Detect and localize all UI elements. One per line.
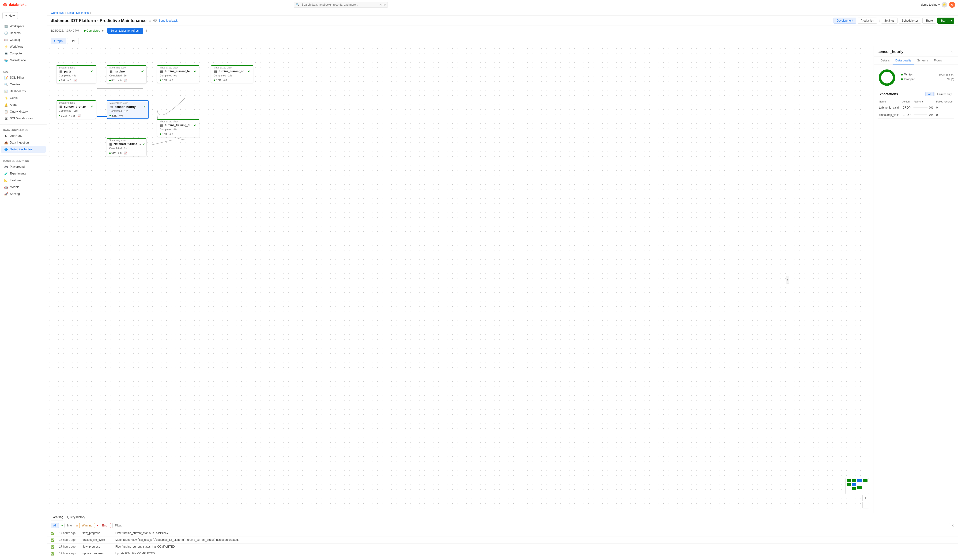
sidebar-item-alerts[interactable]: 🔔 Alerts xyxy=(1,102,46,108)
node-turbine-metric-1-val: 542 xyxy=(111,79,116,82)
legend-written-label: Written xyxy=(901,73,939,76)
production-info-icon[interactable]: ℹ xyxy=(879,19,880,22)
tab-graph[interactable]: Graph xyxy=(51,38,66,44)
sidebar-item-sql-editor[interactable]: 📝 SQL Editor xyxy=(1,75,46,81)
status-sep: · xyxy=(81,29,82,33)
workspace-label: demo-tooling xyxy=(921,3,937,6)
node-parts-metric-1-val: 599 xyxy=(61,79,65,82)
data-ingestion-icon: 📥 xyxy=(4,141,8,144)
sidebar-item-data-ingestion[interactable]: 📥 Data Ingestion xyxy=(1,139,46,146)
sidebar-item-experiments[interactable]: 🧪 Experiments xyxy=(1,170,46,177)
bottom-tab-query-history[interactable]: Query history xyxy=(67,513,85,521)
log-filter-warning[interactable]: Warning xyxy=(79,523,95,528)
svg-rect-13 xyxy=(852,487,856,490)
panel-close-button[interactable]: ✕ xyxy=(948,49,954,55)
node-sb-status: Completed · 15s xyxy=(57,109,96,113)
tab-list[interactable]: List xyxy=(67,38,79,44)
send-feedback-link[interactable]: Send feedback xyxy=(159,19,178,22)
sidebar-item-marketplace[interactable]: 🏪 Marketplace xyxy=(1,57,46,63)
sidebar-item-queries[interactable]: 🔍 Queries xyxy=(1,81,46,88)
log-close-button[interactable]: ✕ xyxy=(952,524,954,527)
node-ht-metric-2-val: 0 xyxy=(120,152,121,154)
select-tables-button[interactable]: Select tables for refresh xyxy=(107,28,143,34)
green-dot-5 xyxy=(59,115,60,116)
sidebar-item-models[interactable]: 🤖 Models xyxy=(1,184,46,190)
sidebar-item-features[interactable]: 📐 Features xyxy=(1,177,46,184)
settings-button[interactable]: Settings xyxy=(881,17,897,24)
sidebar-item-genie[interactable]: ✨ Genie xyxy=(1,95,46,101)
production-button[interactable]: Production xyxy=(858,17,877,24)
node-parts-table-icon: ▦ xyxy=(59,70,63,73)
log-filter-input[interactable] xyxy=(112,523,950,528)
bookmark-icon[interactable]: ⭐ xyxy=(942,2,947,8)
search-input[interactable] xyxy=(294,2,388,8)
progress-bar-1 xyxy=(914,107,928,108)
breadcrumb-workflows[interactable]: Workflows xyxy=(51,11,63,14)
green-dot-4 xyxy=(214,79,215,81)
panel-collapse-button[interactable]: › xyxy=(786,276,789,284)
schedule-button[interactable]: Schedule (1) xyxy=(899,17,921,24)
node-turbine-training[interactable]: Materialized view ▦ turbine_training_d..… xyxy=(157,119,199,137)
node-sh-metric-2-val: 0 xyxy=(121,114,123,117)
sidebar-item-workspace[interactable]: 🏢 Workspace xyxy=(1,23,46,30)
node-turbine-type: Streaming table xyxy=(107,66,146,69)
sidebar-item-catalog[interactable]: 📖 Catalog xyxy=(1,36,46,43)
zoom-out-button[interactable]: − xyxy=(862,502,869,508)
exp-filter-failures[interactable]: Failures only xyxy=(934,92,954,97)
panel-tab-flows[interactable]: Flows xyxy=(931,57,945,65)
sidebar-item-workflows[interactable]: ⚡ Workflows xyxy=(1,43,46,50)
panel-tab-details[interactable]: Details xyxy=(877,57,893,65)
breadcrumb-delta-live-tables[interactable]: Delta Live Tables xyxy=(67,11,89,14)
workspace-selector[interactable]: demo-tooling ▾ xyxy=(921,3,940,6)
node-turbine[interactable]: Streaming table ▦ turbine ✔ Completed · … xyxy=(107,65,146,84)
node-sb-metrics: 1.1M 398 📈 xyxy=(57,113,96,119)
exp-filter-all[interactable]: All xyxy=(925,92,933,97)
avatar[interactable]: U xyxy=(949,2,955,8)
development-button[interactable]: Development xyxy=(834,17,856,24)
log-filter-info[interactable]: Info xyxy=(65,523,75,528)
start-button-dropdown[interactable]: ▾ xyxy=(949,17,954,24)
sidebar-item-job-runs[interactable]: ▶ Job Runs xyxy=(1,133,46,139)
sidebar-item-delta-live-tables[interactable]: 🔷 Delta Live Tables xyxy=(1,146,46,153)
sidebar-item-compute[interactable]: 💻 Compute xyxy=(1,50,46,57)
log-filter-all[interactable]: All xyxy=(51,523,59,528)
log-filter-error[interactable]: Error xyxy=(100,523,111,528)
panel-tab-schema[interactable]: Schema xyxy=(914,57,931,65)
legend-dropped-label: Dropped xyxy=(901,78,947,81)
sidebar-item-sql-warehouses[interactable]: 🏛 SQL Warehouses xyxy=(1,115,46,122)
sidebar-divider-3 xyxy=(0,155,47,155)
share-button[interactable]: Share xyxy=(922,17,936,24)
node-parts[interactable]: Streaming table ▦ parts ✔ Completed · 9s… xyxy=(56,65,96,84)
panel-tab-data-quality[interactable]: Data quality xyxy=(893,57,914,65)
sidebar-item-workflows-label: Workflows xyxy=(10,45,23,48)
sql-editor-icon: 📝 xyxy=(4,76,8,79)
log-row-3-message: Flow 'turbine_current_status' has COMPLE… xyxy=(115,545,954,548)
minimap-svg xyxy=(846,478,869,494)
new-button[interactable]: + New xyxy=(2,12,18,19)
exp-table-body: turbine_id_valid DROP 0% 0 xyxy=(877,104,954,119)
node-historical-turbine[interactable]: Streaming table ▦ historical_turbine_...… xyxy=(107,138,146,156)
more-options-icon[interactable]: ⋯ xyxy=(826,18,832,23)
fail-pct-2-val: 0% xyxy=(929,113,933,117)
sidebar-item-serving[interactable]: 🚀 Serving xyxy=(1,190,46,197)
avatar-initials: U xyxy=(951,3,953,6)
node-turbine-current-st[interactable]: Materialized view ▦ turbine_current_st..… xyxy=(211,65,253,83)
status-chevron[interactable]: ▾ xyxy=(102,29,104,33)
gray-dot-3 xyxy=(170,79,171,81)
node-sensor-hourly[interactable]: Materialized view ▦ sensor_hourly ✔ Comp… xyxy=(107,100,149,119)
sidebar-item-query-history[interactable]: 📋 Query History xyxy=(1,108,46,115)
bottom-tab-event-log[interactable]: Event log xyxy=(51,513,63,521)
zoom-in-button[interactable]: + xyxy=(862,495,869,501)
sidebar-item-recents[interactable]: 🕒 Recents xyxy=(1,30,46,36)
sidebar-item-features-label: Features xyxy=(10,179,21,182)
star-icon[interactable]: ☆ xyxy=(148,19,151,22)
graph-canvas[interactable]: Streaming table ▦ parts ✔ Completed · 9s… xyxy=(47,46,874,513)
exp-row-1-fail-pct: 0% xyxy=(912,104,935,111)
log-row-1-type: flow_progress xyxy=(82,531,111,535)
sidebar-item-playground[interactable]: 🎮 Playground xyxy=(1,163,46,170)
sidebar-data-eng-section: Data Engineering ▶ Job Runs 📥 Data Inges… xyxy=(0,126,47,154)
sidebar-item-dashboards[interactable]: 📊 Dashboards xyxy=(1,88,46,95)
node-sensor-bronze[interactable]: Streaming table ▦ sensor_bronze ✔ Comple… xyxy=(56,100,96,119)
node-turbine-current-fe[interactable]: Materialized view ▦ turbine_current_fe..… xyxy=(157,65,199,83)
start-button[interactable]: Start xyxy=(937,17,949,24)
